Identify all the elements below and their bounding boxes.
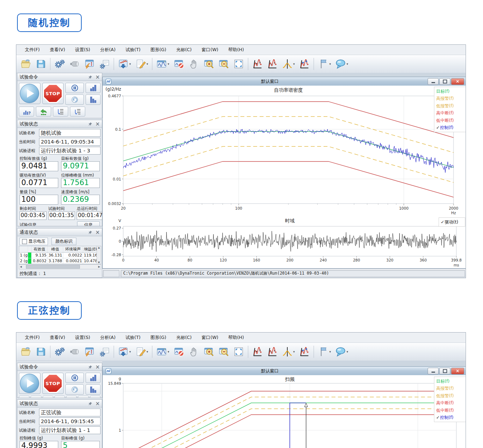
dropdown-arrow-icon[interactable]: ▾ (329, 62, 331, 66)
shaker-setup-button[interactable] (67, 344, 82, 359)
flag-button[interactable]: ▾ (316, 344, 333, 359)
zoom-out-button[interactable] (216, 56, 231, 71)
close-button[interactable]: × (451, 78, 464, 85)
scroll-right-icon[interactable]: ▶ (98, 265, 101, 268)
dropdown-arrow-icon[interactable]: ▾ (329, 350, 331, 353)
cursor-button[interactable]: ▾ (280, 344, 297, 359)
close-icon[interactable]: × (95, 401, 100, 406)
comment-button[interactable]: ▾ (333, 344, 351, 359)
new-graph-window-button[interactable]: ▾ (154, 56, 172, 71)
legend-item[interactable]: 低中断(f) (436, 407, 464, 414)
cmd-extra-button[interactable]: ← (43, 396, 53, 398)
save-signal-button[interactable]: ▾ (116, 344, 133, 359)
test-config-button[interactable] (82, 56, 97, 71)
legend-item[interactable]: 目标(f) (436, 378, 464, 385)
menu-item-8[interactable]: 窗口(W) (197, 335, 223, 341)
stop-button[interactable]: STOP (42, 83, 64, 104)
fit-view-button[interactable] (231, 344, 246, 359)
restore-button[interactable] (439, 368, 450, 374)
pan-button[interactable] (186, 344, 201, 359)
schedule-next-button[interactable] (70, 107, 85, 117)
restore-button[interactable] (439, 78, 450, 85)
pin-icon[interactable] (88, 122, 92, 126)
menu-item-2[interactable]: 查看(V) (45, 335, 70, 341)
zoom-out-button[interactable] (216, 344, 231, 359)
menu-item-3[interactable]: 设置(S) (70, 335, 95, 341)
cmd-extra-button[interactable]: ? (78, 396, 88, 398)
dropdown-arrow-icon[interactable]: ▾ (129, 62, 131, 66)
cursor-button[interactable]: ▾ (280, 56, 297, 71)
menu-item-4[interactable]: 分析(A) (95, 335, 120, 341)
legend-item[interactable]: 高报警(f) (436, 95, 464, 102)
vertical-scrollbar[interactable]: ▲▼ (97, 246, 101, 264)
legend-item[interactable]: 目标(f) (436, 88, 464, 95)
cmd-extra-button[interactable]: ↓ (66, 396, 77, 398)
valley-search-button[interactable] (265, 56, 280, 71)
level-down-button[interactable] (86, 95, 101, 105)
menu-item-9[interactable]: 帮助(H) (223, 335, 249, 341)
edit-notes-button[interactable]: ▾ (133, 344, 151, 359)
pan-button[interactable] (186, 56, 201, 71)
dropdown-arrow-icon[interactable]: ▾ (147, 62, 148, 66)
menu-item-2[interactable]: 查看(V) (45, 47, 70, 53)
legend-item[interactable]: 高中断(f) (436, 109, 464, 117)
close-icon[interactable]: × (95, 75, 100, 79)
close-graph-window-button[interactable] (172, 56, 186, 71)
system-settings-button[interactable] (52, 56, 67, 71)
open-button[interactable] (18, 56, 33, 71)
new-graph-window-button[interactable]: ▾ (154, 344, 172, 359)
show-voltage-toggle[interactable]: 显示电压 (20, 238, 48, 245)
menu-item-7[interactable]: 光标(C) (171, 47, 196, 53)
pin-icon[interactable] (88, 230, 92, 234)
menu-item-5[interactable]: 试验(T) (120, 47, 145, 53)
close-icon[interactable]: × (95, 122, 100, 126)
continue-button[interactable] (65, 384, 84, 395)
close-icon[interactable]: × (95, 230, 100, 234)
flag-button[interactable]: ▾ (316, 56, 333, 71)
menu-item-1[interactable]: 文件(F) (20, 335, 45, 341)
dropdown-arrow-icon[interactable]: ▾ (347, 62, 348, 66)
menu-item-3[interactable]: 设置(S) (70, 47, 95, 53)
minimize-button[interactable] (428, 368, 439, 374)
dropdown-arrow-icon[interactable]: ▾ (168, 350, 169, 353)
comment-button[interactable]: ▾ (333, 56, 351, 71)
pause-button[interactable] (65, 373, 84, 383)
horizontal-scrollbar[interactable]: ◀ ▶ (19, 264, 101, 269)
menu-item-5[interactable]: 试验(T) (120, 335, 145, 341)
legend-item[interactable]: 低报警(f) (436, 392, 464, 399)
peak-mark-button[interactable] (297, 344, 312, 359)
cmd-extra-button[interactable]: ↓ (54, 396, 65, 398)
save-button[interactable] (33, 344, 48, 359)
legend-item[interactable]: ✓控制(f) (436, 124, 464, 131)
menu-item-7[interactable]: 光标(C) (171, 335, 196, 341)
system-settings-button[interactable] (52, 344, 67, 359)
dropdown-arrow-icon[interactable]: ▾ (293, 62, 295, 66)
level-down-button[interactable] (86, 384, 101, 395)
color-id-button[interactable]: 颜色标识 (51, 238, 76, 245)
pin-icon[interactable] (88, 365, 92, 369)
window-titlebar[interactable]: 默认窗口 × (103, 77, 466, 86)
legend-item[interactable]: 低报警(f) (436, 102, 464, 109)
test-config-button[interactable] (82, 344, 97, 359)
peak-search-button[interactable] (250, 344, 265, 359)
shaker-setup-button[interactable] (67, 56, 82, 71)
save-signal-button[interactable]: ▾ (116, 56, 133, 71)
menu-item-8[interactable]: 窗口(W) (197, 47, 223, 53)
peak-search-button[interactable] (250, 56, 265, 71)
legend-item[interactable]: ✓驱动(t) (441, 218, 463, 226)
legend-item[interactable]: 高报警(f) (436, 385, 464, 392)
dropdown-arrow-icon[interactable]: ▾ (293, 350, 295, 353)
pause-button[interactable] (65, 83, 84, 93)
cmd-extra-button[interactable]: → (31, 396, 41, 398)
check-self-button[interactable] (19, 107, 34, 117)
close-icon[interactable]: × (95, 365, 100, 369)
edit-notes-button[interactable]: ▾ (133, 56, 151, 71)
table-row[interactable]: 1 (g)9.13536.1310.0022119.16 (19, 253, 101, 258)
zoom-in-button[interactable] (201, 56, 216, 71)
legend-item[interactable]: ✓控制(f) (436, 414, 464, 421)
legend-item[interactable]: 高中断(f) (436, 399, 464, 406)
continue-button[interactable] (65, 95, 84, 105)
window-titlebar[interactable]: 默认窗口 × (103, 367, 466, 375)
scrollbar-thumb[interactable] (26, 265, 80, 269)
dropdown-arrow-icon[interactable]: ▾ (147, 350, 148, 353)
